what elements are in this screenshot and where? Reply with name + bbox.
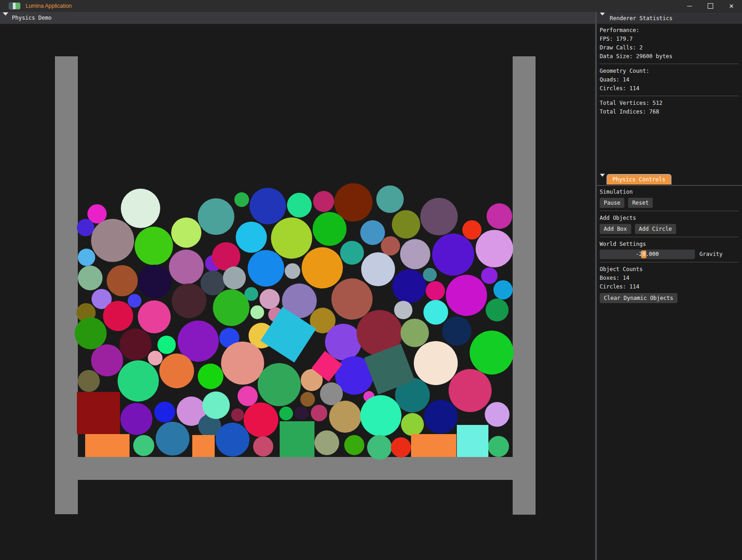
add-circle-button[interactable]: Add Circle [635, 224, 676, 234]
physics-circle [446, 275, 487, 316]
physics-circle [107, 265, 138, 296]
physics-box [192, 435, 215, 457]
stat-line: Geometry Count: [600, 67, 738, 76]
clear-dynamic-objects-button[interactable]: Clear Dynamic Objects [600, 293, 677, 303]
maximize-button[interactable] [700, 0, 721, 12]
physics-circle [302, 247, 343, 288]
physics-circle [360, 220, 385, 245]
pause-button[interactable]: Pause [600, 198, 624, 208]
physics-circle [120, 403, 152, 435]
stat-line: Circles: 114 [600, 283, 738, 291]
physics-circle [486, 299, 509, 321]
physics-box [77, 392, 120, 434]
physics-circle [202, 391, 230, 419]
minimize-button[interactable] [679, 0, 700, 12]
physics-circle [133, 435, 154, 456]
physics-circle [424, 400, 458, 434]
stat-line: Circles: 114 [600, 84, 738, 93]
physics-circle [279, 407, 293, 420]
physics-circle [135, 227, 173, 265]
physics-circle [381, 236, 400, 256]
close-button[interactable]: ✕ [721, 0, 742, 12]
physics-circle [248, 250, 284, 287]
physics-circle [236, 222, 267, 253]
panel-divider[interactable] [595, 12, 597, 560]
physics-circle [295, 406, 309, 420]
physics-circle [128, 294, 141, 308]
stat-line: Boxes: 14 [600, 274, 738, 283]
physics-circle [392, 210, 420, 239]
container-wall [55, 56, 78, 514]
physics-circle [258, 363, 301, 406]
physics-circle [313, 191, 334, 212]
physics-circle [249, 188, 286, 224]
physics-controls-header: Physics Controls [597, 174, 742, 186]
renderer-stats-body: Performance: FPS: 179.7 Draw Calls: 2 Da… [600, 26, 738, 116]
container-wall [513, 56, 536, 515]
physics-circle [401, 413, 424, 436]
maximize-icon [708, 3, 713, 9]
titlebar: Lumina Application ✕ [0, 0, 742, 12]
physics-circle [423, 300, 448, 325]
stat-line: Quads: 14 [600, 76, 738, 84]
physics-circle [285, 263, 300, 279]
physics-controls-tab[interactable]: Physics Controls [607, 174, 672, 185]
add-box-button[interactable]: Add Box [600, 224, 631, 234]
collapse-arrow-icon[interactable] [600, 15, 605, 21]
section-heading: World Settings [600, 240, 738, 249]
physics-circle [344, 435, 364, 455]
physics-circle [172, 283, 206, 318]
physics-circle [329, 401, 361, 433]
renderer-stats-header[interactable]: Renderer Statistics [597, 12, 742, 24]
physics-circle [198, 198, 234, 235]
gravity-slider[interactable]: -20.000 [600, 250, 695, 259]
demo-header-bar[interactable]: Physics Demo [0, 12, 595, 24]
collapse-arrow-icon[interactable] [600, 177, 605, 183]
physics-box [411, 434, 456, 457]
physics-circle [157, 336, 176, 354]
physics-controls-body: Simulation Pause Reset Add Objects Add B… [600, 188, 738, 305]
physics-circle [75, 317, 107, 349]
physics-circle [121, 189, 160, 228]
physics-circle [462, 220, 482, 239]
stat-line: Performance: [600, 26, 738, 35]
physics-circle [91, 344, 123, 376]
physics-circle [271, 217, 312, 259]
physics-circle [340, 241, 364, 265]
physics-circle [156, 422, 190, 456]
physics-circle [223, 266, 246, 289]
app-title: Lumina Application [26, 3, 72, 9]
stat-line: Total Vertices: 512 [600, 99, 738, 108]
physics-circle [169, 250, 204, 284]
container-wall [55, 457, 536, 480]
stat-line: FPS: 179.7 [600, 35, 738, 43]
renderer-stats-title: Renderer Statistics [610, 15, 672, 22]
physics-circle [91, 219, 134, 262]
demo-title: Physics Demo [12, 15, 52, 21]
physics-circle [119, 328, 152, 360]
physics-circle [138, 300, 171, 333]
physics-circle [300, 392, 315, 407]
stat-line: Draw Calls: 2 [600, 43, 738, 52]
physics-circle [148, 351, 162, 365]
physics-circle [213, 289, 249, 326]
minimize-icon [687, 6, 692, 6]
physics-circle [253, 436, 273, 457]
section-heading: Add Objects [600, 214, 738, 223]
physics-viewport[interactable] [0, 0, 595, 560]
physics-circle [216, 423, 249, 457]
physics-circle [250, 305, 264, 319]
physics-circle [476, 230, 513, 267]
section-heading: Object Counts [600, 265, 738, 274]
separator [600, 96, 738, 96]
reset-button[interactable]: Reset [628, 198, 653, 208]
separator [600, 211, 738, 211]
physics-circle [401, 319, 429, 347]
physics-circle [420, 198, 458, 235]
physics-circle [485, 402, 509, 427]
section-heading: Simulation [600, 188, 738, 196]
physics-circle [360, 395, 401, 436]
physics-circle [287, 193, 312, 217]
collapse-arrow-icon[interactable] [3, 16, 8, 22]
physics-box [280, 421, 314, 457]
